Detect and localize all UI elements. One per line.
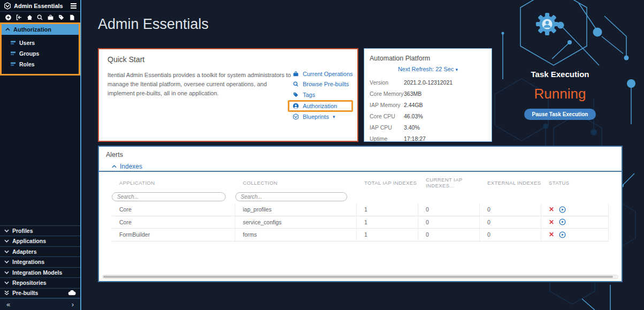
expand-panel-icon[interactable]: › <box>72 300 74 308</box>
indexes-section-toggle[interactable]: Indexes <box>112 163 142 170</box>
column-header-current-iap-indexes: CURRENT IAP INDEXES... <box>418 177 480 188</box>
sidebar-toolbar <box>0 12 80 22</box>
stat-value: 46.03% <box>404 113 423 119</box>
task-execution-panel: Task Execution Running Pause Task Execut… <box>515 70 605 120</box>
stat-row-iap-memory: IAP Memory 2.44GB <box>370 99 486 110</box>
tag-icon[interactable] <box>57 13 65 21</box>
stat-label: IAP CPU <box>370 124 404 131</box>
sidebar-item-label: Applications <box>12 238 46 244</box>
column-header-application: APPLICATION <box>112 180 235 186</box>
horizontal-scrollbar <box>102 275 618 279</box>
section-divider <box>99 171 622 172</box>
indexes-table: APPLICATION COLLECTION TOTAL IAP INDEXES… <box>112 177 609 241</box>
link-current-operations[interactable]: Current Operations <box>293 69 353 79</box>
cell-total-iap: 1 <box>357 203 418 216</box>
sidebar-item-label: Adapters <box>12 248 37 255</box>
stat-row-version: Version 2021.2.0-12312021 <box>370 77 486 88</box>
stat-value: 17:18:27 <box>404 135 426 142</box>
link-browse-pre-builts[interactable]: Browse Pre-builts <box>293 79 353 90</box>
document-icon[interactable] <box>68 13 76 21</box>
pause-task-execution-button[interactable]: Pause Task Execution <box>524 109 596 120</box>
chevron-down-icon: ▾ <box>456 67 458 72</box>
collection-search-input[interactable] <box>235 192 347 201</box>
briefcase-icon[interactable] <box>47 13 55 21</box>
sidebar-item-groups[interactable]: Groups <box>2 48 79 59</box>
home-icon[interactable] <box>26 13 34 21</box>
stat-value: 2021.2.0-12312021 <box>404 79 453 86</box>
sidebar-item-pre-builts[interactable]: Pre-builts <box>0 288 80 299</box>
stat-label: IAP Memory <box>370 102 404 108</box>
sidebar-item-applications[interactable]: Applications <box>0 236 80 246</box>
play-circle-icon[interactable] <box>559 206 566 213</box>
chevron-down-icon <box>4 260 9 263</box>
platform-stats: Version 2021.2.0-12312021 Core Memory 36… <box>370 77 486 144</box>
main-content: Admin Essentials Quick Start Itential Ad… <box>81 0 644 310</box>
sidebar-item-profiles[interactable]: Profiles <box>0 225 80 236</box>
link-label: Browse Pre-builts <box>303 81 349 87</box>
quick-start-title: Quick Start <box>108 55 144 64</box>
link-label: Blueprints <box>303 114 329 120</box>
blueprints-logo-icon <box>293 114 299 120</box>
refresh-label: Next Refresh: 22 Sec <box>398 66 454 72</box>
chevron-up-icon <box>112 165 117 168</box>
cloud-icon <box>68 290 76 296</box>
next-refresh-dropdown[interactable]: Next Refresh: 22 Sec ▾ <box>370 66 486 72</box>
link-label: Tags <box>303 92 315 98</box>
column-header-status: STATUS <box>541 180 609 186</box>
application-search-input[interactable] <box>112 192 226 201</box>
sidebar-item-authorization[interactable]: Authorization <box>2 24 79 35</box>
link-tags[interactable]: Tags <box>293 89 353 100</box>
link-authorization[interactable]: Authorization <box>288 100 353 112</box>
sidebar: Admin Essentials <box>0 0 81 310</box>
list-icon <box>11 41 16 45</box>
list-icon <box>11 51 16 56</box>
sidebar-item-label: Roles <box>19 61 35 67</box>
sidebar-item-label: Authorization <box>13 26 51 33</box>
stat-label: Core CPU <box>370 113 404 119</box>
column-header-total-iap-indexes: TOTAL IAP INDEXES <box>357 180 418 186</box>
scrollbar-thumb[interactable] <box>103 276 613 278</box>
sidebar-item-roles[interactable]: Roles <box>2 59 79 70</box>
automation-platform-card: Automation Platform Next Refresh: 22 Sec… <box>364 48 492 142</box>
gear-user-icon <box>536 13 558 35</box>
cell-status: ✕ <box>541 229 609 241</box>
sidebar-footer: « › <box>0 298 80 310</box>
quick-start-links: Current Operations Browse Pre-builts Tag… <box>293 69 353 122</box>
quick-start-card: Quick Start Itential Admin Essentials pr… <box>98 48 358 142</box>
sidebar-item-label: Groups <box>19 50 39 57</box>
sidebar-item-users[interactable]: Users <box>2 37 79 48</box>
cell-status: ✕ <box>541 216 609 229</box>
sidebar-titlebar: Admin Essentials <box>0 0 80 12</box>
play-circle-icon[interactable] <box>559 218 566 225</box>
error-x-icon[interactable]: ✕ <box>549 219 554 225</box>
collapse-all-icon[interactable]: « <box>6 300 10 308</box>
sidebar-item-adapters[interactable]: Adapters <box>0 246 80 257</box>
cell-current-iap: 0 <box>418 203 480 216</box>
sidebar-accordion-list: Profiles Applications Adapters Integrati… <box>0 225 80 299</box>
error-x-icon[interactable]: ✕ <box>549 206 554 213</box>
cell-application: Core <box>112 216 235 229</box>
sidebar-item-label: Integration Models <box>12 269 62 276</box>
sidebar-item-integration-models[interactable]: Integration Models <box>0 267 80 278</box>
link-label: Authorization <box>303 103 337 109</box>
hamburger-menu-icon[interactable] <box>71 3 76 9</box>
sidebar-item-repositories[interactable]: Repositories <box>0 277 80 288</box>
quick-start-description: Itential Admin Essentials provides a too… <box>108 71 295 98</box>
logout-icon[interactable] <box>15 13 23 21</box>
add-icon[interactable] <box>4 13 12 21</box>
admin-essentials-app: Admin Essentials <box>0 0 644 310</box>
indexes-label: Indexes <box>120 163 142 170</box>
search-icon[interactable] <box>36 13 44 21</box>
sidebar-item-label: Pre-builts <box>12 290 38 296</box>
stat-value: 2.44GB <box>404 102 423 108</box>
play-circle-icon[interactable] <box>559 231 566 238</box>
link-label: Current Operations <box>303 71 353 77</box>
sidebar-item-integrations[interactable]: Integrations <box>0 256 80 267</box>
chevron-down-icon <box>4 271 9 274</box>
task-execution-status: Running <box>515 86 605 102</box>
link-blueprints[interactable]: Blueprints ▾ <box>293 112 353 123</box>
briefcase-icon <box>293 71 299 77</box>
error-x-icon[interactable]: ✕ <box>549 231 554 238</box>
column-header-collection: COLLECTION <box>235 180 357 186</box>
search-icon <box>293 81 299 87</box>
